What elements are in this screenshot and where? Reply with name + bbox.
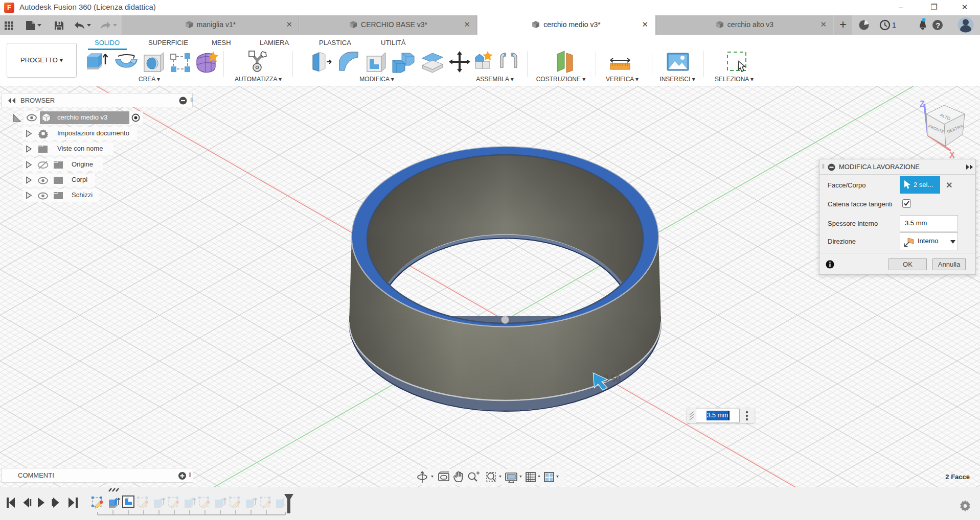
svg-text:Z: Z — [920, 100, 925, 108]
svg-text:?: ? — [936, 21, 940, 30]
svg-text:1: 1 — [892, 21, 896, 29]
svg-text:X: X — [949, 151, 955, 159]
